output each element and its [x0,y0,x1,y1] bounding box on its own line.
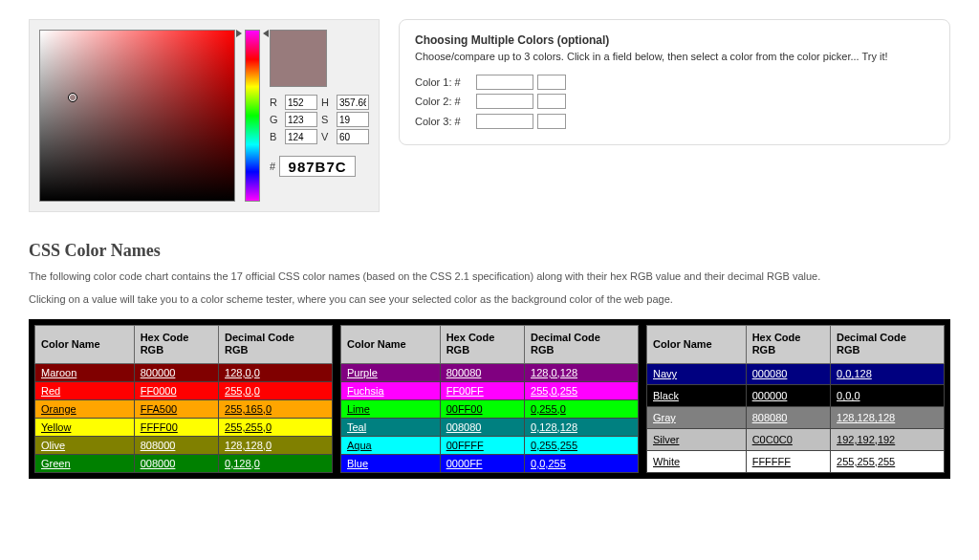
hue-bar[interactable] [245,30,260,202]
input-b[interactable] [285,129,317,144]
color-dec-link[interactable]: 0,0,128 [837,368,872,379]
color-name-link[interactable]: Gray [653,412,676,423]
color-hex-link[interactable]: 008000 [141,458,176,469]
color-hex-link[interactable]: FF00FF [446,385,484,397]
color-dec-link[interactable]: 255,0,255 [531,385,577,397]
color-compare-row: Color 3: # [415,114,934,130]
color-dec-link[interactable]: 255,255,0 [225,421,272,433]
color-name-link[interactable]: Fuchsia [347,385,384,397]
color-row: FuchsiaFF00FF255,0,255 [341,381,639,399]
color-name-link[interactable]: Silver [653,434,680,445]
color-compare-swatch-3 [537,114,566,129]
th-dec-code: Decimal CodeRGB [525,326,639,363]
color-hex-link[interactable]: FFFF00 [141,421,178,433]
label-b: B [270,131,281,142]
color-name-link[interactable]: Maroon [41,367,76,378]
sv-cursor[interactable] [68,93,77,102]
label-s: S [321,114,333,125]
color-name-link[interactable]: Lime [347,403,370,415]
input-s[interactable] [337,112,369,127]
input-v[interactable] [337,129,369,144]
color-compare-label: Color 2: # [415,94,472,110]
th-dec-code: Decimal CodeRGB [219,326,333,363]
color-row: Navy0000800,0,128 [647,363,945,385]
color-row: Lime00FF000,255,0 [341,399,639,418]
color-name-link[interactable]: Green [41,458,71,469]
color-dec-link[interactable]: 255,255,255 [837,456,895,467]
color-dec-link[interactable]: 128,0,0 [225,367,260,378]
color-compare-input-3[interactable] [476,114,533,129]
color-name-link[interactable]: Yellow [41,421,71,433]
color-hex-link[interactable]: 000000 [752,390,788,401]
color-compare-input-2[interactable] [476,94,533,109]
color-name-link[interactable]: Blue [347,458,368,469]
color-name-link[interactable]: Teal [347,421,366,433]
color-name-link[interactable]: Olive [41,440,65,451]
color-row: YellowFFFF00255,255,0 [35,418,333,436]
color-dec-link[interactable]: 0,255,0 [531,403,566,415]
section-heading: CSS Color Names [29,241,950,261]
color-name-link[interactable]: Orange [41,403,76,415]
th-color-name: Color Name [35,326,135,363]
color-dec-link[interactable]: 255,165,0 [225,403,272,415]
color-dec-link[interactable]: 0,128,128 [531,421,577,433]
color-compare-swatch-2 [537,94,566,109]
label-hash: # [270,161,275,172]
color-compare-label: Color 3: # [415,114,472,130]
color-hex-link[interactable]: 800000 [141,367,176,378]
color-name-link[interactable]: Aqua [347,440,372,451]
th-dec-code: Decimal CodeRGB [831,326,945,363]
color-dec-link[interactable]: 128,0,128 [531,367,577,378]
input-r[interactable] [285,95,317,110]
color-name-link[interactable]: Purple [347,367,378,378]
color-hex-link[interactable]: 808080 [752,412,788,423]
color-hex-link[interactable]: FFFFFF [752,456,791,467]
hue-slider-handle[interactable] [242,30,263,35]
color-name-link[interactable]: Black [653,390,679,401]
color-name-table: Color NameHex CodeRGBDecimal CodeRGBPurp… [340,325,639,472]
section-desc-2: Clicking on a value will take you to a c… [29,291,950,309]
saturation-value-canvas[interactable] [39,30,235,202]
color-hex-link[interactable]: 800080 [446,367,482,378]
color-hex-link[interactable]: 000080 [752,368,788,379]
color-row: SilverC0C0C0192,192,192 [647,428,945,450]
color-dec-link[interactable]: 255,0,0 [225,385,260,397]
label-g: G [270,114,281,125]
color-dec-link[interactable]: 0,128,0 [225,458,260,469]
color-dec-link[interactable]: 128,128,0 [225,440,272,451]
th-hex-code: Hex CodeRGB [440,326,524,363]
color-hex-link[interactable]: 00FFFF [446,440,484,451]
color-dec-link[interactable]: 128,128,128 [837,412,895,423]
label-h: H [321,97,333,108]
color-hex-link[interactable]: FF0000 [141,385,177,397]
color-hex-link[interactable]: 808000 [141,440,176,451]
color-hex-link[interactable]: 00FF00 [446,403,483,415]
input-h[interactable] [337,95,369,110]
color-compare-swatch-1 [537,75,566,90]
color-row: OrangeFFA500255,165,0 [35,399,333,418]
color-compare-row: Color 2: # [415,94,934,110]
color-row: RedFF0000255,0,0 [35,381,333,399]
multi-title: Choosing Multiple Colors (optional) [415,33,609,47]
color-name-table: Color NameHex CodeRGBDecimal CodeRGBNavy… [646,325,945,472]
color-dec-link[interactable]: 192,192,192 [837,434,895,445]
color-compare-input-1[interactable] [476,75,533,90]
color-hex-link[interactable]: C0C0C0 [752,434,793,445]
input-hex[interactable] [279,156,356,177]
color-hex-link[interactable]: FFA500 [141,403,178,415]
color-name-link[interactable]: Navy [653,368,677,379]
color-hex-link[interactable]: 0000FF [446,458,483,469]
color-name-link[interactable]: White [653,456,680,467]
color-hex-link[interactable]: 008080 [446,421,482,433]
th-hex-code: Hex CodeRGB [746,326,830,363]
color-dec-link[interactable]: 0,0,0 [837,390,859,401]
color-name-link[interactable]: Red [41,385,60,397]
label-r: R [270,97,281,108]
color-compare-label: Color 1: # [415,75,472,91]
color-dec-link[interactable]: 0,0,255 [531,458,566,469]
section-desc-1: The following color code chart contains … [29,269,950,286]
color-dec-link[interactable]: 0,255,255 [531,440,577,451]
input-g[interactable] [285,112,317,127]
multi-color-panel: Choosing Multiple Colors (optional) Choo… [399,19,950,145]
color-row: Green0080000,128,0 [35,454,333,472]
